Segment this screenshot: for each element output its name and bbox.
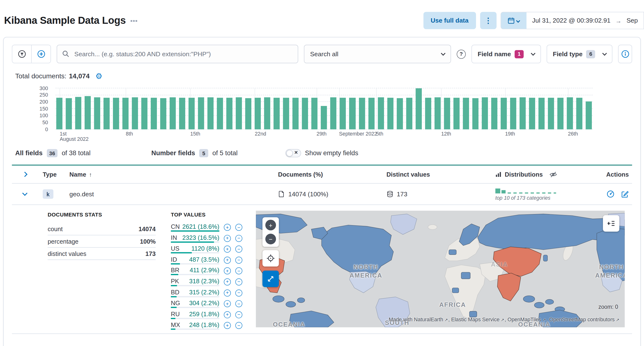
filter-out-value-button[interactable]: −: [235, 268, 242, 274]
add-field-button[interactable]: [31, 45, 50, 63]
search-input[interactable]: [57, 45, 298, 63]
help-icon[interactable]: ?: [457, 50, 466, 59]
toolbar-icon-group: [12, 45, 51, 63]
eye-slash-icon[interactable]: [549, 170, 557, 178]
histogram-bar: [566, 98, 573, 130]
expand-map-button[interactable]: [262, 270, 279, 287]
top-value-count: 1120 (8%): [191, 245, 219, 252]
gear-icon[interactable]: ⚙: [96, 72, 102, 80]
fit-to-data-button[interactable]: [262, 250, 279, 266]
histogram-bar: [576, 98, 582, 130]
field-statistics-panel: Search all ? Field name 1 Field type 6: [3, 37, 641, 346]
title-wrap: Kibana Sample Data Logs: [4, 15, 137, 26]
map-attribution-link[interactable]: OpenMapTiles: [508, 317, 541, 322]
x-axis-label: 15th: [190, 132, 200, 137]
filter-for-value-button[interactable]: +: [224, 311, 231, 318]
histogram-bar: [444, 98, 450, 129]
top-value-bar: [171, 241, 214, 242]
top-value-code: PK: [171, 278, 179, 284]
keyword-type-badge: k: [43, 189, 53, 199]
filter-out-value-button[interactable]: −: [235, 289, 242, 296]
zoom-out-button[interactable]: −: [265, 234, 276, 244]
field-name[interactable]: geo.dest: [70, 190, 278, 198]
histogram-bar: [491, 98, 498, 130]
filter-out-value-button[interactable]: −: [235, 256, 242, 264]
number-fields-count-badge: 5: [199, 149, 208, 157]
column-header-documents[interactable]: Documents (%): [278, 171, 386, 178]
minus-icon: −: [269, 236, 272, 242]
map-attribution-link[interactable]: NaturalEarth: [414, 317, 443, 322]
filter-for-value-button[interactable]: +: [224, 322, 231, 329]
number-fields-label: Number fields: [152, 150, 195, 157]
kebab-menu-button[interactable]: ⋮: [480, 12, 496, 29]
use-full-data-button[interactable]: Use full data: [423, 12, 476, 29]
histogram-plot[interactable]: [56, 88, 593, 129]
filter-for-value-button[interactable]: +: [224, 235, 231, 242]
page-title: Kibana Sample Data Logs: [4, 15, 126, 26]
x-axis-label: 1stAugust 2022: [60, 132, 89, 142]
top-value-row: BD315 (2.2%)+−: [171, 288, 249, 297]
top-value: NG304 (2.2%): [171, 300, 220, 308]
collapse-row-button[interactable]: [18, 188, 31, 200]
toolbar: Search all ? Field name 1 Field type 6: [12, 45, 632, 63]
calendar-icon: [508, 17, 515, 24]
attribution-separator: ,: [448, 317, 451, 322]
filter-for-value-button[interactable]: +: [224, 256, 231, 264]
map-attribution-link[interactable]: Elastic Maps Service: [451, 317, 500, 322]
map-attribution-link[interactable]: OpenStreetMap contributors: [549, 317, 615, 322]
explore-in-maps-icon[interactable]: [606, 190, 614, 198]
field-type-count-badge: 6: [586, 50, 596, 58]
histogram-bar: [208, 97, 214, 130]
world-map: [256, 211, 625, 327]
filter-out-value-button[interactable]: −: [235, 246, 242, 252]
info-button[interactable]: [618, 45, 632, 63]
filter-for-value-button[interactable]: +: [224, 246, 231, 252]
date-picker: Jul 31, 2022 @ 00:39:02.91 → Sep: [500, 12, 644, 29]
filter-for-value-button[interactable]: +: [224, 268, 231, 274]
x-axis-label: September 2022: [339, 132, 377, 137]
show-empty-fields-toggle[interactable]: ✕: [285, 149, 301, 157]
filter-out-value-button[interactable]: −: [235, 224, 242, 231]
search-all-label: Search all: [310, 50, 338, 58]
top-value-line: NG304 (2.2%): [171, 300, 220, 306]
attribution-separator: ,: [505, 317, 508, 322]
date-range-end[interactable]: Sep: [626, 17, 638, 24]
filter-out-value-button[interactable]: −: [235, 311, 242, 318]
date-range-start[interactable]: Jul 31, 2022 @ 00:39:02.91: [532, 17, 610, 24]
top-value-code: IN: [171, 234, 177, 241]
filter-out-value-button[interactable]: −: [235, 235, 242, 242]
field-type-filter-button[interactable]: Field type 6: [547, 45, 612, 63]
y-axis-label: 50: [42, 120, 48, 125]
all-fields-count-badge: 36: [46, 149, 58, 157]
map-attribution: Made with NaturalEarth↗, Elastic Maps Se…: [389, 317, 620, 322]
filter-for-value-button[interactable]: +: [224, 289, 231, 296]
histogram-bar: [226, 98, 232, 130]
options-dots-icon[interactable]: [131, 20, 137, 22]
field-name-filter-button[interactable]: Field name 1: [472, 45, 541, 63]
map-panel[interactable]: NORTHAMERICAASIAAFRICASOUTHAMERICAOCEANI…: [256, 211, 625, 327]
date-range-display[interactable]: Jul 31, 2022 @ 00:39:02.91 → Sep: [526, 12, 644, 28]
top-value-row: NG304 (2.2%)+−: [171, 300, 249, 308]
column-header-type[interactable]: Type: [43, 171, 70, 178]
top-value-line: ID487 (3.5%): [171, 256, 220, 262]
column-header-distinct-values[interactable]: Distinct values: [386, 171, 495, 178]
histogram-bar: [170, 98, 176, 130]
field-details: DOCUMENTS STATS count14074percentage100%…: [12, 205, 632, 334]
filter-out-value-button[interactable]: −: [235, 322, 242, 329]
column-header-name[interactable]: Name ↑: [70, 171, 278, 178]
histogram-bar: [236, 98, 242, 130]
filter-fields-button[interactable]: [12, 45, 31, 63]
filter-for-value-button[interactable]: +: [224, 278, 231, 286]
histogram-bar: [179, 98, 186, 130]
filter-out-value-button[interactable]: −: [235, 278, 242, 286]
expand-all-button[interactable]: [18, 168, 31, 180]
edit-field-icon[interactable]: [621, 190, 628, 198]
filter-for-value-button[interactable]: +: [224, 224, 231, 231]
zoom-in-button[interactable]: +: [265, 220, 276, 230]
map-legend-button[interactable]: [603, 215, 619, 232]
filter-out-value-button[interactable]: −: [235, 300, 242, 307]
search-all-select[interactable]: Search all: [304, 45, 451, 63]
date-picker-calendar-button[interactable]: [501, 12, 526, 28]
filter-for-value-button[interactable]: +: [224, 300, 231, 307]
top-value-bar: [171, 285, 177, 286]
